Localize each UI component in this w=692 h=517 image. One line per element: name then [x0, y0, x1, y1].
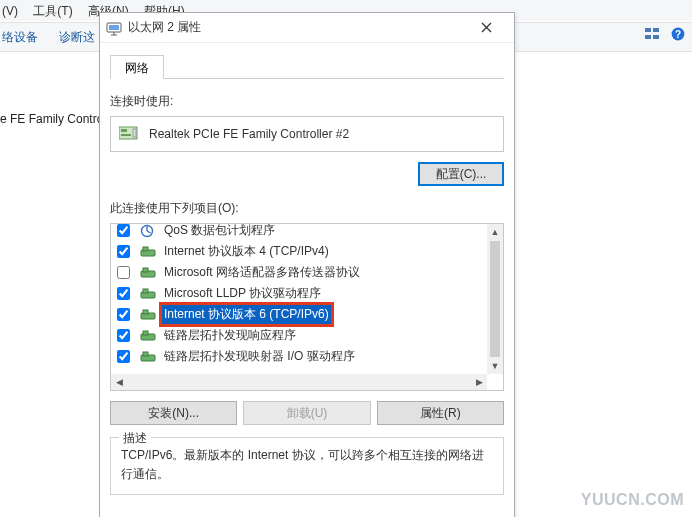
svg-rect-22: [143, 268, 148, 272]
adapter-box: Realtek PCIe FE Family Controller #2: [110, 116, 504, 152]
adapter-name: Realtek PCIe FE Family Controller #2: [149, 127, 349, 141]
close-button[interactable]: [464, 14, 508, 42]
list-item[interactable]: Microsoft 网络适配器多路传送器协议: [111, 262, 487, 283]
protocol-icon: [140, 308, 156, 322]
svg-rect-2: [645, 35, 651, 39]
item-checkbox[interactable]: [117, 245, 130, 258]
svg-rect-14: [121, 134, 131, 136]
item-checkbox[interactable]: [117, 266, 130, 279]
parent-view-options: ?: [644, 26, 686, 42]
svg-text:?: ?: [675, 29, 681, 40]
connection-items-list[interactable]: QoS 数据包计划程序Internet 协议版本 4 (TCP/IPv4)Mic…: [110, 223, 504, 391]
item-checkbox[interactable]: [117, 224, 130, 237]
svg-rect-3: [653, 35, 659, 39]
vertical-scrollbar[interactable]: ▲ ▼: [487, 224, 503, 374]
items-list-label: 此连接使用下列项目(O):: [110, 200, 504, 217]
svg-line-18: [147, 231, 151, 233]
item-checkbox[interactable]: [117, 287, 130, 300]
view-options-icon[interactable]: [644, 26, 660, 42]
tab-underline: [110, 78, 504, 79]
description-legend: 描述: [119, 430, 151, 447]
menu-view[interactable]: (V): [2, 4, 18, 18]
parent-list-item-nic[interactable]: e FE Family Controll: [0, 112, 109, 126]
configure-button[interactable]: 配置(C)...: [418, 162, 504, 186]
protocol-icon: [140, 245, 156, 259]
svg-rect-0: [645, 28, 651, 32]
dialog-titlebar: 以太网 2 属性: [100, 13, 514, 43]
item-label: Microsoft 网络适配器多路传送器协议: [164, 265, 360, 279]
svg-rect-26: [143, 310, 148, 314]
scroll-right-arrow-icon[interactable]: ▶: [471, 374, 487, 390]
nic-card-icon: [119, 125, 139, 143]
close-icon: [481, 22, 492, 33]
protocol-icon: [140, 266, 156, 280]
item-label: 链路层拓扑发现映射器 I/O 驱动程序: [164, 349, 355, 363]
svg-rect-28: [143, 331, 148, 335]
help-question-icon[interactable]: ?: [670, 26, 686, 42]
list-item[interactable]: Internet 协议版本 4 (TCP/IPv4): [111, 241, 487, 262]
watermark: YUUCN.COM: [581, 491, 684, 509]
scroll-up-arrow-icon[interactable]: ▲: [487, 224, 503, 240]
properties-button[interactable]: 属性(R): [377, 401, 504, 425]
ethernet-icon: [106, 20, 122, 36]
scroll-left-arrow-icon[interactable]: ◀: [111, 374, 127, 390]
svg-rect-20: [143, 247, 148, 251]
menu-tools[interactable]: 工具(T): [33, 4, 72, 18]
qos-icon: [140, 224, 156, 238]
svg-rect-7: [109, 25, 119, 30]
svg-rect-24: [143, 289, 148, 293]
list-item[interactable]: 链路层拓扑发现映射器 I/O 驱动程序: [111, 346, 487, 367]
cmd-disable-device[interactable]: 络设备: [2, 30, 38, 44]
protocol-icon: [140, 350, 156, 364]
item-checkbox[interactable]: [117, 329, 130, 342]
item-label: QoS 数据包计划程序: [164, 223, 275, 237]
svg-rect-15: [133, 129, 136, 137]
svg-rect-13: [121, 129, 127, 132]
svg-rect-1: [653, 28, 659, 32]
horizontal-scrollbar[interactable]: ◀ ▶: [111, 374, 487, 390]
protocol-icon: [140, 329, 156, 343]
item-label: Internet 协议版本 6 (TCP/IPv6): [164, 307, 329, 321]
list-item[interactable]: Microsoft LLDP 协议驱动程序: [111, 283, 487, 304]
svg-rect-30: [143, 352, 148, 356]
install-button[interactable]: 安装(N)...: [110, 401, 237, 425]
ethernet-properties-dialog: 以太网 2 属性 网络 连接时使用: Realtek PCIe FE Famil…: [99, 12, 515, 517]
cmd-diagnose[interactable]: 诊断这: [59, 30, 95, 44]
scroll-down-arrow-icon[interactable]: ▼: [487, 358, 503, 374]
tab-strip: 网络: [110, 55, 504, 79]
description-group: 描述 TCP/IPv6。最新版本的 Internet 协议，可以跨多个相互连接的…: [110, 437, 504, 495]
item-checkbox[interactable]: [117, 350, 130, 363]
list-item[interactable]: 链路层拓扑发现响应程序: [111, 325, 487, 346]
tab-network[interactable]: 网络: [110, 55, 164, 79]
connect-using-label: 连接时使用:: [110, 93, 504, 110]
list-item[interactable]: QoS 数据包计划程序: [111, 223, 487, 241]
item-label: Internet 协议版本 4 (TCP/IPv4): [164, 244, 329, 258]
list-item[interactable]: Internet 协议版本 6 (TCP/IPv6): [111, 304, 487, 325]
protocol-icon: [140, 287, 156, 301]
scroll-thumb[interactable]: [490, 241, 500, 357]
uninstall-button: 卸载(U): [243, 401, 370, 425]
dialog-title: 以太网 2 属性: [128, 19, 464, 36]
item-label: Microsoft LLDP 协议驱动程序: [164, 286, 321, 300]
description-text: TCP/IPv6。最新版本的 Internet 协议，可以跨多个相互连接的网络进…: [121, 446, 493, 484]
item-checkbox[interactable]: [117, 308, 130, 321]
item-label: 链路层拓扑发现响应程序: [164, 328, 296, 342]
